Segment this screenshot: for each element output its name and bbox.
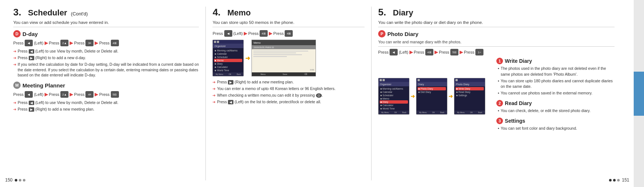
section-5: 5. Diary You can write the photo diary o…	[372, 7, 629, 180]
section-3-title: 3. Scheduler (Cont'd)	[13, 7, 199, 18]
screen-arrow3: ➜	[448, 93, 453, 99]
section-4-title: 4. Memo	[212, 7, 365, 18]
diary-press-row: Press ◀ (Left) ▶ Press 4⊞ ▶ Press 5⊟ ▶ P…	[378, 49, 615, 55]
bullet-item: ➔ Press ◀ (Left) to use View by month, D…	[13, 100, 199, 105]
main-content: 3. Scheduler (Cont'd) You can view or ad…	[0, 0, 644, 187]
diary-screens: Organizer Morning cal/Alarms Calendar Sc…	[378, 58, 485, 135]
page-footer: 150 151	[5, 177, 629, 183]
page-dots-left	[15, 179, 25, 181]
statusbar	[379, 78, 409, 82]
section-3: 3. Scheduler (Cont'd) You can view or ad…	[7, 7, 206, 180]
meeting-icon: M	[13, 82, 21, 89]
key-left-btn[interactable]: ◀	[25, 40, 33, 46]
menu-list: Photo Diary Diet Diary	[416, 86, 447, 111]
photodiary-icon: P	[378, 30, 386, 37]
statusbar	[454, 78, 485, 82]
right-page-num: 151	[609, 177, 629, 183]
dday-icon: D	[13, 30, 21, 37]
dday-title: D D-day	[13, 30, 199, 37]
bullet-item: ➔ Press ◀ (Left) to use View by month, D…	[13, 48, 199, 54]
memo-bullets: ➔ Press ▶ (Right) to add a new meeting p…	[212, 79, 365, 105]
section-5-desc: You can write the photo diary or diet di…	[378, 20, 615, 27]
diary-right-content: 1 Write Diary The photos used in the pho…	[490, 58, 615, 135]
left-page-num: 150	[5, 177, 25, 183]
bullet-item: ➔ Press ◀ (Left) on the list to delete, …	[212, 99, 365, 105]
statusbar	[416, 78, 447, 82]
key-5-btn[interactable]: 5⊟	[111, 91, 119, 98]
dday-press-row: Press ◀ (Left) ▶ Press 2▲ ▶ Press 3≡ ▶ P…	[13, 40, 199, 46]
settings-diary-section: 3 Settings You can set font color and di…	[496, 118, 615, 132]
key-left-memo[interactable]: ◀	[224, 30, 232, 37]
settings-diary-title: 3 Settings	[496, 118, 615, 124]
bullet-item: ➔ You can enter a memo of upto 48 Korean…	[212, 86, 365, 91]
memo-footer: Menu Save ⌫	[252, 72, 316, 76]
key-left-diary[interactable]: ◀	[390, 49, 398, 55]
key-3b-btn[interactable]: 4≡	[85, 91, 94, 98]
meeting-bullets: ➔ Press ◀ (Left) to use View by month, D…	[13, 100, 199, 112]
memo-screenshots: Organizer Morning cal/Alarms Calendar Sc…	[212, 40, 365, 76]
photo-diary-sub: You can write and manage diary with the …	[378, 40, 615, 44]
phone-screen-org: Organizer Morning cal/Alarms Calendar Sc…	[379, 78, 409, 114]
bullet-item: ➔ Press ▶ (Right) to to add a new d-day.	[13, 55, 199, 61]
key-2-btn[interactable]: 2▲	[60, 40, 68, 46]
diary-submenu-screen: Diary Photo Diary Diet Diary My Menu OK …	[416, 78, 447, 115]
section-3-desc: You can view or add schedule you have en…	[13, 20, 199, 27]
menu-list: Morning cal/Alarms Calendar Scheduler Me…	[213, 48, 243, 72]
key-left-btn2[interactable]: ◀	[25, 91, 33, 98]
phone-screen-diary: Diary Photo Diary Diet Diary My Menu OK …	[416, 78, 447, 114]
menu-title: Diary	[416, 82, 447, 86]
meeting-press-row: Press ◀ (Left) ▶ Press 2▲ ▶ Press 4≡ ▶ P…	[13, 91, 199, 98]
organizer-diary-screen: Organizer Morning cal/Alarms Calendar Sc…	[378, 78, 409, 115]
statusbar	[213, 40, 243, 44]
sidebar-color-band	[634, 72, 644, 116]
bullet-item: ➔ When checking a written memo,ou can ed…	[212, 93, 365, 98]
menu-list: Write Diary Read Diary Settings	[454, 86, 485, 111]
dday-bullets: ➔ Press ◀ (Left) to use View by month, D…	[13, 48, 199, 78]
key-4-btn[interactable]: 4⊞	[111, 40, 119, 46]
bullet-item: ➔ If you select the calculation by date …	[13, 62, 199, 78]
bullet-item: ➔ Press ▶ (Right) to add a new meeting p…	[212, 79, 365, 85]
memo-press-row: Press ◀ (Left) ▶ Press 4⊞ ▶ Press 4⊠	[212, 30, 365, 37]
divider	[378, 46, 615, 47]
phone-screen-1: Organizer Morning cal/Alarms Calendar Sc…	[213, 40, 243, 76]
section-5-title: 5. Diary	[378, 7, 615, 18]
key-5-diary[interactable]: 5⊟	[450, 49, 458, 55]
page-container: 3. Scheduler (Cont'd) You can view or ad…	[0, 0, 644, 187]
key-1-diary[interactable]: 1÷	[475, 49, 483, 55]
memo-subheader: 2008/05/05 PM06:32	[252, 45, 316, 49]
photo-diary-screen: Photo Diary Write Diary Read Diary Setti…	[454, 78, 485, 115]
menu-list: Morning cal/Alarms Calendar Scheduler Me…	[379, 86, 409, 111]
menu-title: Organizer	[379, 82, 409, 86]
section-4: 4. Memo You can store upto 50 memos in t…	[206, 7, 372, 180]
key-4-diary[interactable]: 4⊞	[425, 49, 433, 55]
menu-title: Organizer	[213, 44, 243, 48]
sidebar-label: 09 Organizer	[620, 72, 624, 116]
settings-diary-bullets: You can set font color and diary backgro…	[496, 126, 615, 132]
read-diary-title: 2 Read Diary	[496, 100, 615, 107]
menu-title: Photo Diary	[454, 82, 485, 86]
write-diary-section: 1 Write Diary The photos used in the pho…	[496, 58, 615, 96]
bullet-item: ➔ Press ▶ (Right) to add a new meeting p…	[13, 107, 199, 112]
phone-footer: My Menu OK Back	[379, 111, 409, 114]
organizer-screen: Organizer Morning cal/Alarms Calendar Sc…	[212, 40, 244, 76]
write-diary-title: 1 Write Diary	[496, 58, 615, 64]
diary-content: Organizer Morning cal/Alarms Calendar Sc…	[378, 58, 615, 135]
photo-diary-title: P Photo Diary	[378, 30, 615, 37]
phone-footer: My Menu OK Back	[213, 72, 243, 76]
screen-arrow2: ➜	[411, 93, 415, 99]
key-3-memo[interactable]: 4⊠	[285, 30, 293, 37]
read-diary-section: 2 Read Diary You can check, delete, or e…	[496, 100, 615, 114]
read-diary-bullets: You can check, delete, or edit the store…	[496, 108, 615, 114]
phone-screen-photo: Photo Diary Write Diary Read Diary Setti…	[454, 78, 485, 114]
key-3-btn[interactable]: 3≡	[85, 40, 94, 46]
memo-header: Memo	[252, 40, 316, 45]
key-2b-btn[interactable]: 2▲	[60, 91, 68, 98]
section-4-desc: You can store upto 50 memos in the phone…	[212, 20, 365, 27]
key-2-memo[interactable]: 4⊞	[260, 30, 268, 37]
memo-screen: Memo 2008/05/05 PM06:32 0/96	[251, 40, 316, 76]
meeting-title: M Meeting Planner	[13, 82, 199, 89]
phone-footer: My Menu OK Back	[416, 111, 447, 114]
memo-body: 0/96	[252, 49, 316, 72]
sidebar-accent: 09 Organizer	[634, 0, 644, 187]
write-diary-bullets: The photos used in the photo diary are n…	[496, 66, 615, 96]
